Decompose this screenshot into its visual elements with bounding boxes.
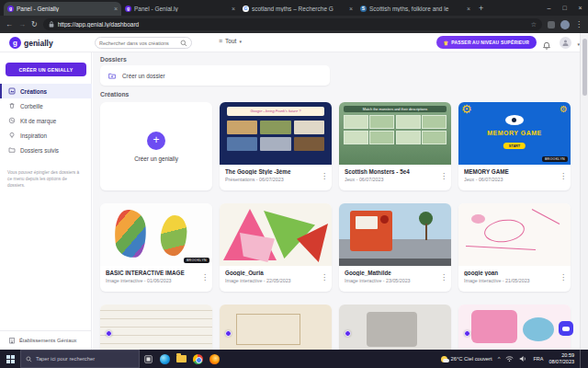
card-menu-icon[interactable]: ⋮	[321, 172, 328, 180]
address-bar[interactable]: https://app.genial.ly/dashboard ☆	[43, 18, 542, 30]
user-avatar[interactable]	[560, 37, 571, 49]
browser-tab-panel[interactable]: g Panel - Genially ×	[4, 2, 121, 16]
scrollbar-thumb[interactable]	[582, 39, 587, 96]
taskbar-app-firefox[interactable]	[206, 354, 222, 364]
filter-icon: ≡	[219, 38, 222, 44]
interactive-marker[interactable]	[464, 330, 470, 337]
crown-icon: ♛	[444, 40, 449, 46]
uk-map-graphic	[159, 214, 188, 258]
creation-thumbnail: BROOKLYN	[100, 203, 212, 266]
upgrade-button[interactable]: ♛ PASSER AU NIVEAU SUPÉRIEUR	[436, 36, 537, 49]
card-menu-icon[interactable]: ⋮	[321, 273, 328, 282]
browser-toolbar: ← → ↻ https://app.genial.ly/dashboard ☆ …	[0, 16, 588, 33]
chat-widget-button[interactable]	[559, 321, 573, 336]
taskbar-weather[interactable]: 26°C Ciel couvert	[441, 356, 492, 362]
card-menu-icon[interactable]: ⋮	[560, 172, 567, 180]
card-menu-icon[interactable]: ⋮	[201, 273, 209, 282]
upgrade-label: PASSER AU NIVEAU SUPÉRIEUR	[451, 40, 529, 45]
interactive-marker[interactable]	[345, 330, 351, 337]
weather-icon	[441, 356, 447, 362]
thumb-caption: Match the monsters and their description…	[344, 106, 447, 112]
sidebar-item-creations[interactable]: Créations	[0, 84, 92, 98]
sidebar-item-brand-kit[interactable]: Kit de marque	[0, 113, 92, 128]
window-maximize-button[interactable]: □	[557, 0, 572, 16]
genially-logo[interactable]: g genially	[9, 37, 53, 49]
url-text: https://app.genial.ly/dashboard	[58, 21, 527, 28]
thumb-caption: Googie - being Frank's future ?	[227, 107, 324, 116]
tab-close-icon[interactable]: ×	[114, 6, 118, 12]
creations-search[interactable]	[95, 37, 192, 49]
creation-card-basic-interactive-image[interactable]: BROOKLYN BASIC INTERACTIVE IMAGE Image i…	[100, 203, 212, 292]
language-indicator[interactable]: FRA	[533, 356, 543, 362]
card-menu-icon[interactable]: ⋮	[560, 273, 567, 282]
start-button[interactable]	[0, 355, 20, 363]
forward-icon[interactable]: →	[18, 20, 26, 29]
sidebar-menu: Créations Corbeille Kit de marque Inspir…	[0, 84, 92, 157]
creation-thumbnail: ⚙ ⚙ MEMORY GAME START BROOKLYN	[458, 102, 571, 165]
creation-card-scottish-monsters[interactable]: Match the monsters and their description…	[339, 102, 451, 190]
sidebar-item-label: Kit de marque	[20, 118, 56, 124]
search-input[interactable]	[99, 40, 180, 46]
tab-close-icon[interactable]: ×	[349, 6, 353, 12]
sidebar-item-followed-folders[interactable]: Dossiers suivis	[0, 143, 92, 157]
creation-thumbnail	[458, 203, 571, 266]
browser-tab-search[interactable]: G scotland myths – Recherche G ×	[239, 2, 356, 16]
thumb-watermark: BROOKLYN	[184, 258, 209, 263]
volume-icon[interactable]	[519, 355, 527, 362]
gear-icon: ⚙	[461, 103, 472, 115]
taskbar-app-explorer[interactable]	[173, 355, 189, 362]
card-menu-icon[interactable]: ⋮	[440, 172, 447, 180]
creation-card-memory-game[interactable]: ⚙ ⚙ MEMORY GAME START BROOKLYN MEMORY GA…	[458, 102, 571, 190]
creation-title: Scottish Monsters - 5e4	[345, 168, 438, 175]
sidebar-item-trash[interactable]: Corbeille	[0, 98, 92, 113]
creation-thumbnail: Googie - being Frank's future ?	[220, 102, 332, 165]
wifi-icon[interactable]	[505, 355, 514, 362]
new-tab-button[interactable]: +	[479, 2, 483, 16]
taskbar-app-edge[interactable]	[156, 354, 173, 364]
creation-card-googie-style[interactable]: Googie - being Frank's future ? The Goog…	[220, 102, 332, 190]
interactive-marker[interactable]	[225, 330, 232, 337]
page-scrollbar[interactable]	[580, 33, 588, 350]
tab-close-icon[interactable]: ×	[232, 6, 235, 12]
sidebar-item-establishments[interactable]: Établissements Géniaux	[0, 330, 92, 344]
creation-card-partial[interactable]	[339, 305, 451, 350]
dashboard-content: Dossiers Créer un dossier Créations + Cr…	[93, 52, 580, 350]
lock-icon	[49, 21, 54, 28]
refresh-icon[interactable]: ↻	[31, 20, 38, 29]
sidebar-item-label: Inspiration	[20, 132, 47, 139]
windows-logo-icon	[6, 355, 15, 363]
creation-card-googie-mathilde[interactable]: Googie_Mathilde Image interactive - 23/0…	[339, 203, 451, 292]
sidebar: CRÉER UN GENIALLY Créations Corbeille Ki…	[0, 52, 92, 350]
creation-card-partial[interactable]	[100, 305, 212, 350]
extensions-icon[interactable]	[548, 21, 555, 29]
creation-card-partial[interactable]	[220, 305, 332, 350]
thumb-start-button: START	[503, 143, 526, 149]
sidebar-item-inspiration[interactable]: Inspiration	[0, 128, 92, 143]
tab-close-icon[interactable]: ×	[467, 6, 470, 12]
window-minimize-button[interactable]: –	[541, 0, 557, 16]
taskbar-clock[interactable]: 20:59 08/07/2023	[548, 352, 574, 365]
weather-label: 26°C Ciel couvert	[450, 356, 492, 362]
browser-profile-avatar[interactable]	[560, 20, 570, 29]
creation-card-partial[interactable]	[458, 305, 571, 350]
task-view-button[interactable]	[140, 355, 156, 363]
show-desktop-button[interactable]	[580, 350, 584, 368]
bookmark-star-icon[interactable]: ☆	[531, 21, 537, 29]
creation-card-googie-ouria[interactable]: Googie_Ouria Image interactive - 22/05/2…	[220, 203, 332, 292]
taskbar-search[interactable]: Taper ici pour rechercher	[20, 350, 140, 368]
creation-meta: Image interactive - 21/05/2023	[464, 278, 558, 283]
window-close-button[interactable]: ×	[572, 0, 588, 16]
create-genially-tile[interactable]: + Créer un genially	[100, 102, 212, 190]
browser-menu-icon[interactable]: ⋮	[575, 20, 582, 29]
browser-tab-myths[interactable]: S Scottish myths, folklore and le ×	[356, 2, 474, 16]
browser-tab-panel-2[interactable]: g Panel - Genial.ly ×	[121, 2, 239, 16]
back-icon[interactable]: ←	[6, 20, 13, 29]
create-genially-button[interactable]: CRÉER UN GENIALLY	[6, 63, 86, 76]
taskbar-app-chrome[interactable]	[189, 354, 206, 364]
creation-card-googie-yoan[interactable]: googie yoan Image interactive - 21/05/20…	[458, 203, 571, 292]
create-folder-button[interactable]: Créer un dossier	[100, 65, 330, 86]
filter-dropdown[interactable]: ≡ Tout ▾	[219, 38, 242, 44]
tray-chevron-up-icon[interactable]: ^	[498, 356, 501, 362]
card-menu-icon[interactable]: ⋮	[440, 273, 447, 282]
interactive-marker[interactable]	[106, 330, 112, 337]
